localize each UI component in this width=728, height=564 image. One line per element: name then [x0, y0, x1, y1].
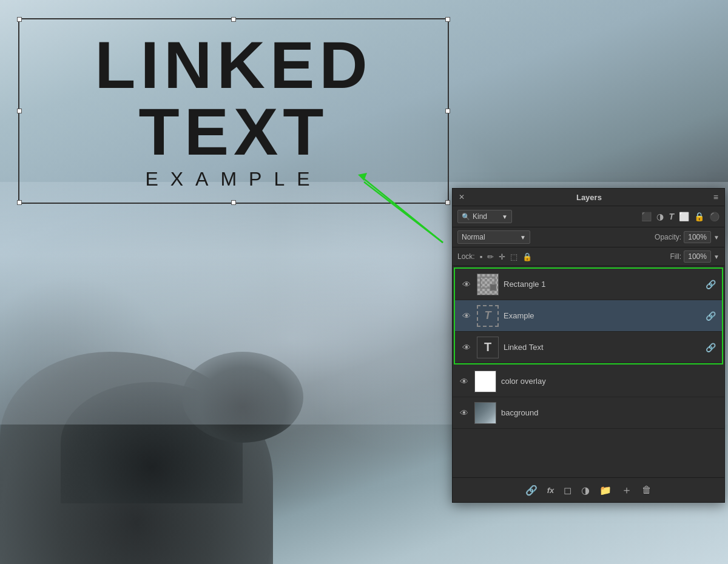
layer-name-example: Example [504, 311, 701, 320]
layer-link-color-overlay: 🔗 [708, 377, 718, 386]
layer-item-linked-text[interactable]: 👁 T Linked Text 🔗 [455, 332, 722, 363]
layer-item-background[interactable]: 👁 bacground 🔗 [453, 397, 724, 429]
lock-all-button[interactable]: 🔒 [522, 252, 532, 261]
svg-rect-4 [490, 284, 496, 290]
layer-link-rectangle1[interactable]: 🔗 [706, 280, 716, 289]
filter-pixel-icon[interactable]: ⬛ [641, 212, 652, 221]
layer-thumb-background [474, 402, 496, 424]
lock-label: Lock: [457, 252, 475, 261]
filter-shape-icon[interactable]: ⬜ [679, 212, 689, 221]
panel-titlebar: ✕ Layers ≡ [453, 189, 724, 206]
layer-visibility-linked-text[interactable]: 👁 [461, 343, 472, 352]
fill-control: Fill: 100% ▼ [670, 250, 720, 263]
layer-visibility-color-overlay[interactable]: 👁 [459, 377, 470, 386]
layer-link-background: 🔗 [708, 408, 718, 418]
adjustment-layer-button[interactable]: ◑ [581, 485, 590, 496]
layer-name-rectangle1: Rectangle 1 [504, 280, 701, 289]
panel-title: Layers [576, 193, 602, 202]
opacity-label: Opacity: [655, 233, 681, 241]
canvas-sub-title: EXAMPLE [44, 168, 423, 190]
search-icon: 🔍 [462, 213, 470, 221]
transform-handle-tl[interactable] [17, 17, 22, 22]
lock-row: Lock: ▪ ✏ ✛ ⬚ 🔒 Fill: 100% ▼ [453, 247, 724, 266]
panel-menu-button[interactable]: ≡ [713, 192, 718, 202]
fill-chevron[interactable]: ▼ [713, 253, 720, 260]
layer-mask-button[interactable]: ◻ [564, 485, 571, 496]
blend-mode-row: Normal ▼ Opacity: 100% ▼ [453, 227, 724, 247]
kind-filter-chevron: ▼ [502, 213, 508, 220]
blend-mode-dropdown[interactable]: Normal ▼ [457, 230, 530, 244]
kind-filter-label: Kind [473, 212, 487, 221]
fill-label: Fill: [670, 252, 681, 261]
link-layers-button[interactable]: 🔗 [525, 485, 538, 496]
transform-handle-bc[interactable] [231, 200, 236, 205]
layer-link-example[interactable]: 🔗 [706, 311, 716, 321]
layer-thumb-rectangle1 [477, 274, 499, 295]
canvas-main-title: LINKED TEXT [44, 32, 423, 165]
layer-name-linked-text: Linked Text [504, 343, 701, 352]
layer-item-color-overlay[interactable]: 👁 color overlay 🔗 [453, 366, 724, 397]
filter-adjustment-icon[interactable]: ◑ [656, 212, 664, 221]
layer-item-rectangle1[interactable]: 👁 Rectangle 1 🔗 [455, 269, 722, 300]
layer-item-example[interactable]: 👁 T Example 🔗 [455, 300, 722, 332]
layers-empty-area [453, 429, 724, 477]
layer-thumb-linked-text: T [477, 337, 499, 358]
kind-filter-dropdown[interactable]: 🔍 Kind ▼ [457, 210, 512, 223]
transform-handle-bl[interactable] [17, 200, 22, 205]
opacity-input[interactable]: 100% [684, 231, 711, 243]
opacity-chevron[interactable]: ▼ [713, 234, 720, 241]
selection-bounding-box[interactable]: LINKED TEXT EXAMPLE [18, 18, 449, 204]
lock-icon-group: ▪ ✏ ✛ ⬚ 🔒 [480, 252, 533, 261]
layer-thumb-color-overlay [474, 371, 496, 392]
panel-bottom-toolbar: 🔗 fx ◻ ◑ 📁 ＋ 🗑 [453, 477, 724, 502]
type-icon-example: T [485, 309, 491, 322]
canvas-content-area: LINKED TEXT EXAMPLE [18, 18, 449, 204]
filter-icon-group: ⬛ ◑ T ⬜ 🔒 ⚫ [641, 212, 720, 221]
filter-type-icon[interactable]: T [669, 212, 674, 221]
filter-smartobject-icon[interactable]: 🔒 [694, 212, 704, 221]
lock-pixels-button[interactable]: ▪ [480, 252, 483, 261]
lock-paint-button[interactable]: ✏ [487, 252, 494, 261]
lock-move-button[interactable]: ✛ [499, 252, 505, 261]
blend-mode-chevron: ▼ [520, 234, 526, 241]
type-icon-linked-text: T [484, 340, 491, 354]
fill-input[interactable]: 100% [684, 250, 711, 263]
layers-list: 👁 Rectangle 1 🔗 👁 T [453, 267, 724, 477]
lock-artboard-button[interactable]: ⬚ [510, 252, 517, 261]
layer-link-linked-text[interactable]: 🔗 [706, 343, 716, 352]
layer-thumb-example: T [477, 305, 499, 327]
linked-layers-group: 👁 Rectangle 1 🔗 👁 T [454, 267, 723, 364]
new-layer-button[interactable]: ＋ [621, 483, 632, 497]
layer-visibility-example[interactable]: 👁 [461, 311, 472, 321]
panel-close-button[interactable]: ✕ [459, 193, 465, 201]
filter-row: 🔍 Kind ▼ ⬛ ◑ T ⬜ 🔒 ⚫ [453, 206, 724, 227]
layer-name-color-overlay: color overlay [501, 377, 703, 386]
layer-visibility-background[interactable]: 👁 [459, 408, 470, 418]
layer-name-background: bacground [501, 408, 703, 417]
blend-mode-value: Normal [462, 233, 485, 241]
transform-handle-mr[interactable] [445, 109, 450, 113]
opacity-control: Opacity: 100% ▼ [655, 231, 720, 243]
fx-button[interactable]: fx [547, 486, 554, 495]
delete-layer-button[interactable]: 🗑 [642, 485, 652, 495]
transform-handle-ml[interactable] [17, 109, 22, 113]
transform-handle-tc[interactable] [231, 17, 236, 22]
layer-visibility-rectangle1[interactable]: 👁 [461, 280, 472, 289]
transform-handle-br[interactable] [445, 200, 450, 205]
transform-handle-tr[interactable] [445, 17, 450, 22]
group-layers-button[interactable]: 📁 [599, 485, 612, 496]
layers-panel: ✕ Layers ≡ 🔍 Kind ▼ ⬛ ◑ T ⬜ 🔒 ⚫ Normal ▼… [452, 188, 725, 503]
filter-artboard-icon[interactable]: ⚫ [709, 212, 720, 221]
rectangle-thumb-icon [479, 276, 496, 293]
